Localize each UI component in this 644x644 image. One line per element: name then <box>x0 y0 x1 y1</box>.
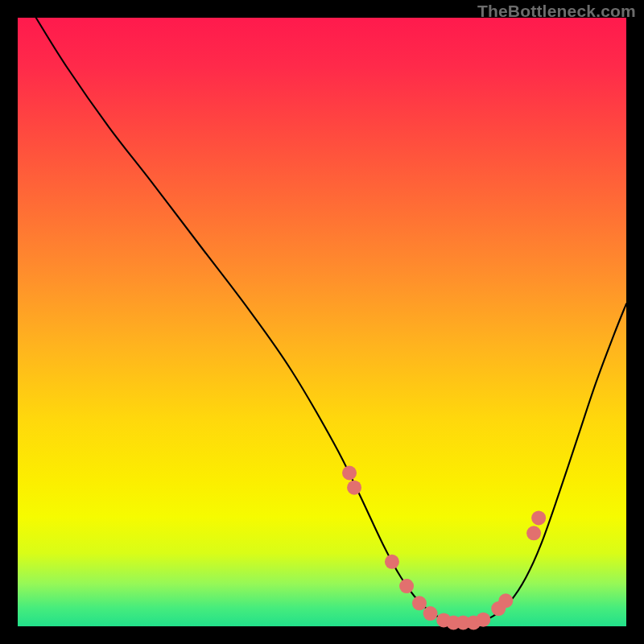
scatter-point <box>399 579 414 593</box>
scatter-point <box>347 481 361 495</box>
scatter-points <box>342 465 546 630</box>
scatter-point <box>526 526 541 540</box>
scatter-point <box>531 510 546 525</box>
chart-svg <box>0 0 644 644</box>
scatter-point <box>385 555 399 569</box>
scatter-point <box>476 613 490 627</box>
scatter-point <box>423 606 438 621</box>
scatter-point <box>342 465 357 480</box>
scatter-point <box>498 593 513 608</box>
scatter-point <box>412 596 427 610</box>
chart-stage: TheBottleneck.com <box>0 0 644 644</box>
watermark-text: TheBottleneck.com <box>477 2 636 21</box>
